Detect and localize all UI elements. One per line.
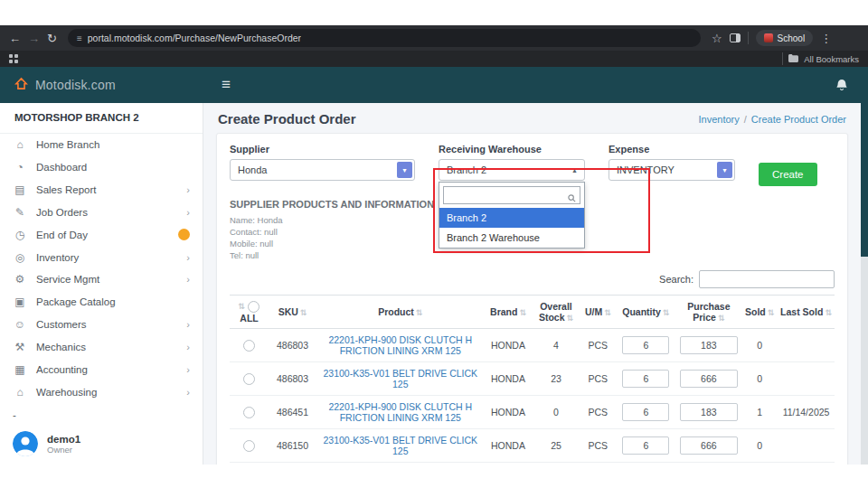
bell-icon[interactable] — [835, 79, 848, 92]
back-icon[interactable]: ← — [9, 33, 21, 44]
sidebar-item-mechanics[interactable]: ⚒ Mechanics › — [0, 336, 203, 359]
bookmarks-bar: All Bookmarks — [0, 51, 868, 67]
sidebar-item-dash[interactable]: - — [0, 403, 203, 426]
expense-select[interactable]: INVENTORY ▼ — [609, 159, 735, 181]
sort-icon: ⇅ — [663, 308, 670, 317]
sidebar-item-warehousing[interactable]: ⌂ Warehousing › — [0, 380, 203, 403]
toolbar-separator — [748, 32, 749, 44]
forward-icon[interactable]: → — [28, 33, 40, 44]
page-title: Create Product Order — [218, 111, 356, 127]
product-link[interactable]: 23100-K35-V01 BELT DRIVE CLICK 125 — [323, 368, 477, 389]
product-link[interactable]: 23100-K35-V01 BELT DRIVE CLICK 125 — [323, 435, 477, 456]
column-header-product[interactable]: Product⇅ — [316, 296, 484, 329]
sidebar-item-customers[interactable]: ☺ Customers › — [0, 314, 203, 336]
select-all-radio[interactable] — [248, 301, 259, 313]
site-info-icon[interactable]: ≡ — [77, 33, 82, 43]
quantity-input[interactable] — [622, 436, 669, 455]
sort-icon: ⇅ — [519, 308, 526, 317]
content-header: Create Product Order Inventory / Create … — [203, 103, 861, 133]
table-search-input[interactable] — [699, 270, 835, 288]
sort-icon: ⇅ — [300, 308, 307, 317]
column-header-brand[interactable]: Brand⇅ — [485, 296, 533, 329]
sidebar-item-sales-report[interactable]: ▤ Sales Report › — [0, 179, 203, 202]
sidebar-item-inventory[interactable]: ◎ Inventory › — [0, 246, 203, 268]
table-search: Search: — [230, 270, 835, 288]
column-header-sold[interactable]: Sold⇅ — [741, 296, 778, 329]
product-link[interactable]: 22201-KPH-900 DISK CLUTCH H FRICTION LIN… — [328, 401, 472, 423]
column-header-overall-stock[interactable]: Overall Stock⇅ — [532, 296, 580, 329]
user-name: demo1 — [47, 434, 80, 445]
column-header-quantity[interactable]: Quantity⇅ — [616, 296, 675, 329]
product-link[interactable]: 22201-KPH-900 DISK CLUTCH H FRICTION LIN… — [328, 334, 472, 356]
quantity-input[interactable] — [622, 370, 669, 388]
row-select-radio[interactable] — [243, 340, 255, 352]
column-header-um[interactable]: U/M⇅ — [580, 296, 616, 329]
sidebar-item-home-branch[interactable]: ⌂ Home Branch — [0, 134, 203, 156]
menu-toggle-icon[interactable]: ≡ — [222, 76, 231, 94]
warehouse-group: Receiving Warehouse Branch 2 ▲ — [439, 144, 585, 181]
dropdown-option-branch-2[interactable]: Branch 2 — [439, 208, 584, 228]
row-select-radio[interactable] — [243, 440, 255, 452]
sort-icon: ⇅ — [604, 308, 611, 317]
warehouse-select[interactable]: Branch 2 ▲ — [439, 159, 585, 181]
purchase-price-input[interactable] — [680, 403, 738, 421]
chevron-right-icon: › — [186, 342, 190, 352]
customers-icon: ☺ — [13, 318, 27, 331]
kebab-menu-icon[interactable]: ⋮ — [820, 33, 832, 44]
inventory-icon: ◎ — [13, 251, 27, 264]
sidebar-item-end-of-day[interactable]: ◷ End of Day — [0, 223, 203, 246]
purchase-price-input[interactable] — [680, 436, 738, 455]
sku-value: 486451 — [277, 407, 308, 418]
sidebar-item-job-orders[interactable]: ✎ Job Orders › — [0, 201, 203, 223]
branch-title: MOTORSHOP BRANCH 2 — [0, 103, 203, 134]
dropdown-search-input[interactable] — [443, 186, 580, 204]
sort-icon: ⇅ — [825, 308, 832, 317]
column-header-sku[interactable]: SKU⇅ — [269, 296, 316, 329]
dashboard-icon: ◔ — [13, 161, 27, 174]
sidebar-item-accounting[interactable]: ▦ Accounting › — [0, 358, 203, 380]
accounting-icon: ▦ — [13, 363, 27, 376]
purchase-price-input[interactable] — [680, 336, 738, 354]
supplier-tel: Tel: null — [230, 249, 835, 261]
dropdown-option-branch-2-warehouse[interactable]: Branch 2 Warehouse — [439, 228, 584, 248]
reload-icon[interactable]: ↻ — [47, 33, 57, 44]
profile-chip[interactable]: School — [756, 30, 814, 46]
sidebar-item-dashboard[interactable]: ◔ Dashboard — [0, 156, 203, 179]
side-panel-icon[interactable] — [730, 33, 741, 42]
star-icon[interactable]: ☆ — [712, 33, 722, 44]
user-panel: demo1 Owner — [0, 426, 203, 465]
row-select-radio[interactable] — [243, 373, 255, 385]
browser-window: ← → ↻ ≡ portal.motodisk.com/Purchase/New… — [0, 25, 868, 67]
all-bookmarks-label[interactable]: All Bookmarks — [804, 54, 859, 64]
column-header-last-sold[interactable]: Last Sold⇅ — [778, 296, 835, 329]
brand-name: Motodisk.com — [35, 78, 116, 92]
scrollbar[interactable] — [861, 103, 868, 465]
row-select-radio[interactable] — [243, 407, 255, 418]
sidebar-item-package-catalog[interactable]: ▣ Package Catalog — [0, 291, 203, 314]
supplier-label: Supplier — [230, 144, 415, 155]
scrollbar-thumb[interactable] — [861, 103, 868, 257]
brand[interactable]: Motodisk.com — [0, 77, 203, 94]
url-bar[interactable]: ≡ portal.motodisk.com/Purchase/NewPurcha… — [68, 29, 701, 47]
expense-group: Expense INVENTORY ▼ — [609, 144, 735, 181]
create-button[interactable]: Create — [759, 163, 817, 186]
tab-groups-icon[interactable] — [9, 54, 18, 63]
supplier-select[interactable]: Honda ▼ — [230, 159, 415, 181]
table-row: 486803 23100-K35-V01 BELT DRIVE CLICK 12… — [230, 361, 835, 395]
breadcrumb-inventory-link[interactable]: Inventory — [699, 114, 740, 125]
end-of-day-badge — [178, 229, 190, 240]
table-row: 486150 23100-K35-V01 BELT DRIVE CLICK 12… — [230, 428, 835, 462]
quantity-input[interactable] — [622, 403, 669, 421]
column-header-purchase-price[interactable]: Purchase Price⇅ — [675, 296, 741, 329]
quantity-input[interactable] — [622, 336, 669, 354]
column-header-all[interactable]: ⇅ALL — [230, 296, 269, 329]
sku-value: 486803 — [277, 340, 308, 351]
table-row: 486803 22201-KPH-900 DISK CLUTCH H FRICT… — [230, 328, 835, 361]
purchase-price-input[interactable] — [680, 370, 738, 388]
sidebar: MOTORSHOP BRANCH 2 ⌂ Home Branch ◔ Dashb… — [0, 103, 203, 465]
url-text: portal.motodisk.com/Purchase/NewPurchase… — [88, 33, 301, 43]
sort-icon: ⇅ — [416, 308, 423, 317]
avatar — [13, 431, 38, 456]
job-orders-icon: ✎ — [13, 206, 27, 219]
sidebar-item-service-mgmt[interactable]: ⚙ Service Mgmt › — [0, 268, 203, 291]
